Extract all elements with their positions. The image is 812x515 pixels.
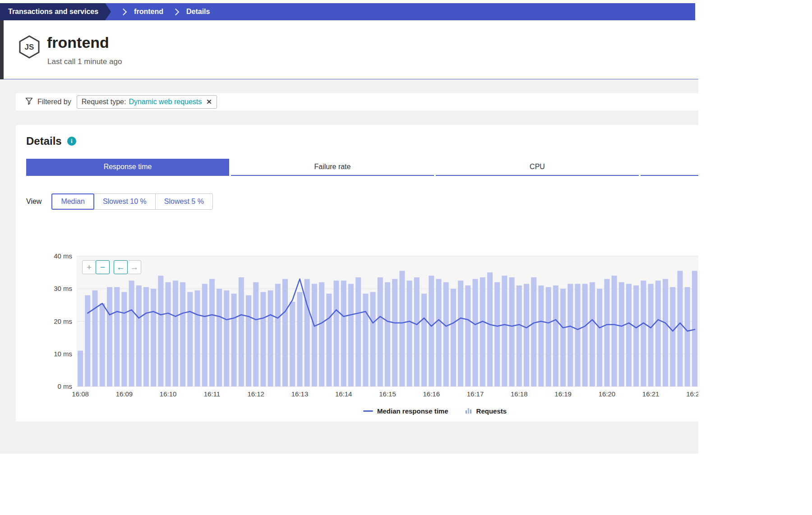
breadcrumb-details[interactable]: Details <box>186 8 210 16</box>
content-area: Filtered by Request type: Dynamic web re… <box>0 79 698 454</box>
filter-chip-close-icon[interactable]: ✕ <box>206 98 212 106</box>
breadcrumb-transactions-and-services[interactable]: Transactions and services <box>0 3 111 20</box>
svg-text:16:14: 16:14 <box>335 390 352 398</box>
tab-response-time[interactable]: Response time <box>26 159 229 176</box>
svg-text:16:08: 16:08 <box>72 390 89 398</box>
tab-partial[interactable] <box>641 159 698 176</box>
svg-text:30 ms: 30 ms <box>54 285 72 292</box>
sidebar-edge <box>0 20 4 79</box>
zoom-out-button[interactable]: − <box>96 260 110 274</box>
details-title: Details <box>26 135 62 147</box>
legend-item-median: Median response time <box>363 407 448 415</box>
svg-text:16:16: 16:16 <box>423 390 440 398</box>
tab-cpu[interactable]: CPU <box>436 159 639 176</box>
view-label: View <box>26 198 42 206</box>
svg-text:16:20: 16:20 <box>599 390 616 398</box>
svg-text:16:10: 16:10 <box>160 390 177 398</box>
svg-text:16:22: 16:22 <box>686 390 698 398</box>
svg-text:0 ms: 0 ms <box>57 382 72 390</box>
svg-text:16:11: 16:11 <box>204 390 220 398</box>
filter-chip-value: Dynamic web requests <box>129 98 202 106</box>
chevron-right-icon <box>120 8 127 15</box>
svg-text:16:09: 16:09 <box>116 390 133 398</box>
nodejs-icon: JS <box>18 35 41 61</box>
filter-bar: Filtered by Request type: Dynamic web re… <box>16 93 698 110</box>
svg-text:16:21: 16:21 <box>642 390 660 398</box>
zoom-in-button[interactable]: + <box>82 260 96 274</box>
bar-chart-icon <box>466 407 472 415</box>
filtered-by-label: Filtered by <box>37 98 71 106</box>
chart-legend: Median response time Requests <box>363 407 507 415</box>
svg-text:16:19: 16:19 <box>554 390 572 398</box>
svg-text:16:17: 16:17 <box>467 390 484 398</box>
pan-left-button[interactable]: ← <box>114 260 128 274</box>
chevron-right-icon <box>172 8 180 15</box>
pan-right-button[interactable]: → <box>127 260 141 274</box>
legend-item-requests: Requests <box>466 407 507 415</box>
details-tabs: Response time Failure rate CPU <box>26 159 698 176</box>
breadcrumb: Transactions and services frontend Detai… <box>0 3 695 20</box>
view-option-slowest-10[interactable]: Slowest 10 % <box>94 193 156 210</box>
view-selector: View Median Slowest 10 % Slowest 5 % <box>26 193 213 210</box>
svg-text:20 ms: 20 ms <box>54 317 72 325</box>
svg-text:16:12: 16:12 <box>247 390 264 398</box>
filter-chip-key: Request type: <box>82 98 126 106</box>
svg-text:JS: JS <box>25 43 34 51</box>
breadcrumb-frontend[interactable]: frontend <box>134 8 163 16</box>
filter-chip-request-type[interactable]: Request type: Dynamic web requests ✕ <box>77 95 217 109</box>
view-option-median[interactable]: Median <box>51 193 94 210</box>
chart-zoom-controls: + − ← → <box>82 260 141 274</box>
page-title: frontend <box>47 34 109 51</box>
details-card: Details i Response time Failure rate CPU… <box>16 125 698 422</box>
tab-failure-rate[interactable]: Failure rate <box>231 159 434 176</box>
filter-funnel-icon <box>25 97 33 106</box>
legend-label: Requests <box>476 407 507 415</box>
svg-text:16:15: 16:15 <box>379 390 396 398</box>
legend-label: Median response time <box>377 407 448 415</box>
svg-text:16:18: 16:18 <box>511 390 528 398</box>
app-page: Transactions and services frontend Detai… <box>0 0 812 515</box>
info-icon[interactable]: i <box>67 137 76 146</box>
details-title-row: Details i <box>26 135 76 147</box>
service-header: JS frontend Last call 1 minute ago <box>0 20 698 79</box>
breadcrumb-label: Transactions and services <box>8 8 98 16</box>
svg-text:40 ms: 40 ms <box>54 252 72 260</box>
svg-text:10 ms: 10 ms <box>54 350 72 358</box>
last-call-status: Last call 1 minute ago <box>47 57 122 66</box>
line-swatch-icon <box>363 410 373 412</box>
view-option-slowest-5[interactable]: Slowest 5 % <box>155 193 213 210</box>
svg-text:16:13: 16:13 <box>291 390 309 398</box>
